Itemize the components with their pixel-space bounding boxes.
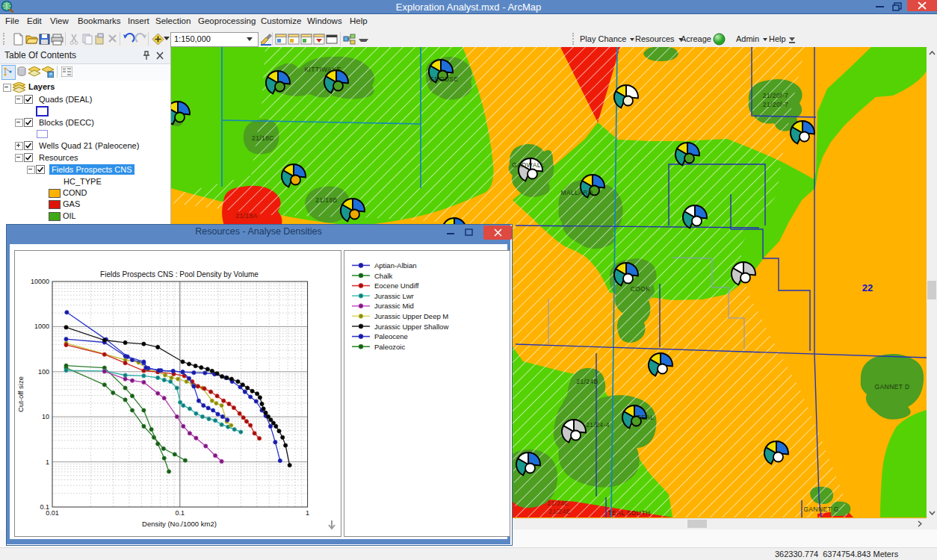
svg-text:100: 100 xyxy=(38,368,49,376)
svg-text:10000: 10000 xyxy=(31,278,49,285)
svg-text:TEAL: TEAL xyxy=(637,414,655,421)
svg-text:Fields Prospects CNS : Pool De: Fields Prospects CNS : Pool Density by V… xyxy=(100,270,259,279)
svg-text:Jurassic Mid: Jurassic Mid xyxy=(374,302,414,310)
svg-text:21/24E: 21/24E xyxy=(548,508,570,515)
svg-text:TEAL SOUTH: TEAL SOUTH xyxy=(607,509,650,517)
svg-text:21/24-4: 21/24-4 xyxy=(586,421,610,429)
svg-text:21/18A: 21/18A xyxy=(235,212,257,220)
svg-text:Cut-off size: Cut-off size xyxy=(16,376,25,412)
svg-text:0.1: 0.1 xyxy=(176,509,185,517)
svg-text:Aptian-Albian: Aptian-Albian xyxy=(374,261,417,270)
svg-text:0.01: 0.01 xyxy=(46,509,59,517)
svg-text:1: 1 xyxy=(46,458,49,466)
svg-text:GANNET G: GANNET G xyxy=(803,505,838,513)
svg-text:10: 10 xyxy=(42,413,49,420)
svg-text:Jurassic Upper Shallow: Jurassic Upper Shallow xyxy=(374,323,448,331)
svg-text:KITTIWAKE: KITTIWAKE xyxy=(304,66,341,73)
svg-text:Paleocene: Paleocene xyxy=(374,332,408,340)
svg-text:21/24E: 21/24E xyxy=(547,500,569,507)
svg-text:21/18C: 21/18C xyxy=(252,134,274,142)
svg-text:Eocene Undiff: Eocene Undiff xyxy=(374,281,419,290)
svg-text:COOK: COOK xyxy=(631,285,651,293)
svg-text:Density (No./1000 km2): Density (No./1000 km2) xyxy=(142,520,217,528)
svg-text:GADWALL: GADWALL xyxy=(512,161,545,169)
svg-text:21/18B: 21/18B xyxy=(315,196,337,204)
svg-text:Paleozoic: Paleozoic xyxy=(374,343,405,351)
svg-text:22: 22 xyxy=(862,282,873,293)
svg-text:1000: 1000 xyxy=(34,323,49,330)
svg-text:1: 1 xyxy=(306,509,309,517)
svg-text:GROUSE: GROUSE xyxy=(429,75,458,83)
svg-text:GANNET D: GANNET D xyxy=(875,383,910,391)
svg-text:21/24B: 21/24B xyxy=(576,378,598,385)
svg-text:21/20f-7: 21/20f-7 xyxy=(763,101,788,108)
svg-text:Chalk: Chalk xyxy=(374,272,393,280)
svg-text:21/20f-7: 21/20f-7 xyxy=(763,92,788,99)
svg-text:MALLARD: MALLARD xyxy=(561,189,593,196)
svg-text:Jurassic Lwr: Jurassic Lwr xyxy=(374,292,414,300)
svg-text:Jurassic Upper Deep M: Jurassic Upper Deep M xyxy=(374,312,448,320)
